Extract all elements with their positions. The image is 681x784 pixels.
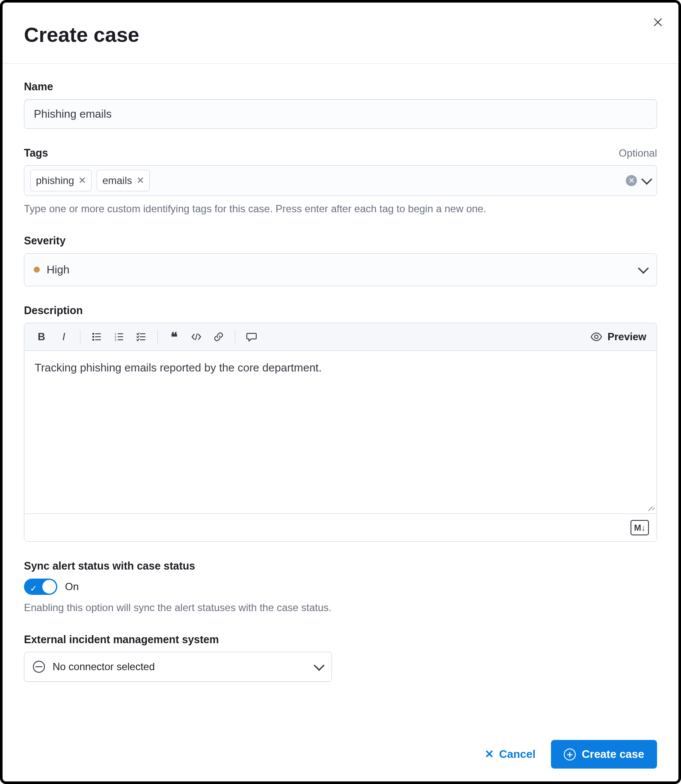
tag-label: emails bbox=[102, 173, 132, 188]
severity-select[interactable]: High bbox=[24, 253, 657, 286]
connector-select[interactable]: No connector selected bbox=[24, 652, 332, 682]
toolbar-separator bbox=[235, 330, 235, 344]
name-label: Name bbox=[24, 79, 53, 95]
tags-help-text: Type one or more custom identifying tags… bbox=[24, 201, 657, 217]
markdown-badge-icon: M↓ bbox=[631, 520, 649, 535]
check-icon: ✓ bbox=[30, 582, 37, 595]
tag-pill[interactable]: emails ✕ bbox=[97, 170, 149, 191]
tags-input[interactable]: phishing ✕ emails ✕ ✕ bbox=[24, 165, 657, 196]
no-connector-icon bbox=[33, 661, 45, 673]
modal-title: Create case bbox=[24, 20, 657, 50]
editor-footer: M↓ bbox=[24, 514, 657, 541]
tags-label: Tags bbox=[24, 145, 48, 161]
italic-icon[interactable]: I bbox=[54, 327, 73, 346]
eye-icon bbox=[590, 333, 602, 341]
plus-circle-icon: ＋ bbox=[564, 748, 576, 760]
form-row-name: Name bbox=[24, 79, 657, 129]
comment-icon[interactable] bbox=[242, 327, 261, 346]
svg-text:1: 1 bbox=[115, 333, 116, 336]
connector-label: External incident management system bbox=[24, 632, 219, 648]
sync-toggle[interactable]: ✓ bbox=[24, 579, 57, 595]
modal-body: Name Tags Optional phishing ✕ emails ✕ bbox=[3, 64, 678, 690]
editor-toolbar: B I 123 ❝ bbox=[24, 323, 657, 351]
chevron-down-icon bbox=[314, 660, 324, 671]
create-label: Create case bbox=[582, 748, 644, 761]
chevron-down-icon bbox=[638, 263, 648, 273]
sync-label: Sync alert status with case status bbox=[24, 558, 195, 574]
description-label: Description bbox=[24, 303, 83, 319]
svg-point-3 bbox=[93, 333, 94, 335]
bold-icon[interactable]: B bbox=[32, 327, 51, 346]
unordered-list-icon[interactable] bbox=[87, 327, 106, 346]
form-row-tags: Tags Optional phishing ✕ emails ✕ ✕ Type… bbox=[24, 145, 657, 217]
toolbar-separator bbox=[80, 330, 80, 344]
toolbar-separator bbox=[157, 330, 158, 344]
modal-footer: ✕ Cancel ＋ Create case bbox=[482, 740, 657, 769]
svg-point-4 bbox=[93, 336, 94, 338]
severity-value: High bbox=[47, 261, 69, 278]
svg-text:3: 3 bbox=[115, 339, 116, 342]
sync-help-text: Enabling this option will sync the alert… bbox=[24, 600, 657, 615]
tag-remove-icon[interactable]: ✕ bbox=[78, 176, 86, 185]
preview-label: Preview bbox=[607, 331, 646, 343]
description-textarea[interactable] bbox=[24, 351, 657, 509]
link-icon[interactable] bbox=[209, 327, 228, 346]
quote-icon[interactable]: ❝ bbox=[165, 327, 184, 346]
create-case-button[interactable]: ＋ Create case bbox=[551, 740, 657, 769]
form-row-description: Description B I 123 ❝ bbox=[24, 303, 657, 542]
name-input[interactable] bbox=[24, 99, 657, 129]
preview-button[interactable]: Preview bbox=[588, 330, 649, 343]
form-row-connector: External incident management system No c… bbox=[24, 632, 657, 682]
checklist-icon[interactable] bbox=[132, 327, 151, 346]
form-row-severity: Severity High bbox=[24, 233, 657, 286]
tag-remove-icon[interactable]: ✕ bbox=[136, 176, 144, 185]
connector-value: No connector selected bbox=[53, 659, 155, 674]
severity-dot-icon bbox=[34, 267, 40, 273]
cancel-label: Cancel bbox=[499, 748, 536, 761]
severity-label: Severity bbox=[24, 233, 65, 249]
svg-text:2: 2 bbox=[115, 336, 116, 339]
tag-pill[interactable]: phishing ✕ bbox=[30, 170, 92, 191]
svg-line-15 bbox=[195, 334, 197, 340]
tag-label: phishing bbox=[36, 173, 74, 188]
tags-optional-badge: Optional bbox=[619, 146, 657, 161]
form-row-sync: Sync alert status with case status ✓ On … bbox=[24, 558, 657, 615]
resize-handle-icon[interactable] bbox=[646, 503, 655, 512]
tags-clear-icon[interactable]: ✕ bbox=[626, 175, 637, 186]
sync-state-label: On bbox=[65, 579, 79, 594]
cancel-button[interactable]: ✕ Cancel bbox=[482, 747, 538, 761]
svg-point-16 bbox=[595, 335, 598, 339]
chevron-down-icon[interactable] bbox=[641, 174, 652, 184]
close-icon: ✕ bbox=[485, 748, 494, 761]
svg-point-5 bbox=[93, 339, 94, 341]
ordered-list-icon[interactable]: 123 bbox=[110, 327, 128, 346]
create-case-modal: Create case Name Tags Optional phishing … bbox=[0, 0, 681, 784]
code-icon[interactable] bbox=[187, 327, 206, 346]
description-editor: B I 123 ❝ bbox=[24, 323, 657, 542]
modal-header: Create case bbox=[3, 3, 678, 64]
toggle-knob bbox=[42, 580, 56, 594]
